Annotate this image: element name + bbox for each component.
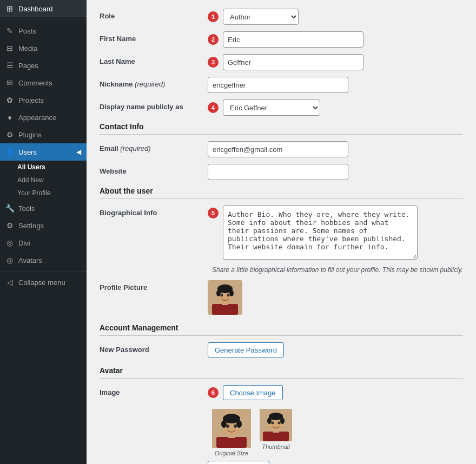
email-input[interactable] <box>208 141 348 157</box>
users-icon: 👤 <box>5 148 14 156</box>
first-name-badge: 2 <box>208 34 219 45</box>
new-password-field-row: New Password Generate Password <box>100 342 463 357</box>
new-password-label: New Password <box>100 342 208 354</box>
email-control <box>208 141 463 157</box>
last-name-control: 3 <box>208 54 463 70</box>
plugins-icon: ⚙ <box>5 130 14 139</box>
sidebar-item-pages[interactable]: ☰ Pages <box>0 57 87 74</box>
submenu-your-profile[interactable]: Your Profile <box>13 187 87 200</box>
sidebar-item-divi[interactable]: ◎ Divi <box>0 234 87 251</box>
profile-picture-label: Profile Picture <box>100 280 208 291</box>
sidebar-item-posts[interactable]: ✎ Posts <box>0 22 87 39</box>
display-name-badge: 4 <box>208 102 219 113</box>
avatar-thumbnail-svg <box>260 409 292 441</box>
form-section: Role 1 Author Administrator Editor Contr… <box>87 0 476 464</box>
sidebar-item-users[interactable]: 👤 Users ◀ <box>0 143 87 161</box>
display-name-select[interactable]: Eric Geffner Eric Geffner ericgeffner <box>223 100 320 116</box>
website-control <box>208 164 463 180</box>
display-name-label: Display name publicly as <box>100 100 208 111</box>
svg-point-8 <box>227 294 230 297</box>
media-icon: ⊟ <box>5 44 14 52</box>
bio-control: 5 Author Bio. Who they are, where they w… <box>208 206 463 260</box>
sidebar-divider <box>0 19 87 20</box>
avatar-original-label: Original Size <box>215 450 248 456</box>
display-name-field-row: Display name publicly as 4 Eric Geffner … <box>100 100 463 116</box>
website-label: Website <box>100 164 208 175</box>
avatar-thumbnail-image <box>260 409 292 441</box>
collapse-menu-button[interactable]: ◁ Collapse menu <box>0 274 87 291</box>
sidebar-item-projects[interactable]: ✿ Projects <box>0 91 87 109</box>
first-name-field-row: First Name 2 <box>100 31 463 48</box>
role-select[interactable]: Author Administrator Editor Contributor … <box>223 9 299 25</box>
nickname-label: Nickname (required) <box>100 77 208 88</box>
generate-password-button[interactable]: Generate Password <box>208 342 284 357</box>
new-password-control: Generate Password <box>208 342 463 357</box>
bio-field-row: Biographical Info 5 Author Bio. Who they… <box>100 206 463 260</box>
svg-point-15 <box>236 420 242 428</box>
first-name-input[interactable] <box>223 31 363 48</box>
sidebar-divider-2 <box>0 271 87 271</box>
last-name-label: Last Name <box>100 54 208 65</box>
dashboard-icon: ⊞ <box>5 4 14 13</box>
first-name-control: 2 <box>208 31 463 48</box>
sidebar-item-settings[interactable]: ⚙ Settings <box>0 217 87 234</box>
divi-icon: ◎ <box>5 238 14 247</box>
avatar-image-field-row: Image 6 Choose Image <box>100 385 463 464</box>
choose-image-button[interactable]: Choose Image <box>223 385 283 400</box>
remove-image-button[interactable]: Remove Image <box>208 461 269 464</box>
nickname-input[interactable] <box>208 77 348 93</box>
about-user-section-title: About the user <box>100 187 463 199</box>
avatar-image-label: Image <box>100 385 208 396</box>
avatar-badge: 6 <box>208 387 219 398</box>
users-arrow-icon: ◀ <box>76 148 81 156</box>
projects-icon: ✿ <box>5 96 14 104</box>
account-management-section-title: Account Management <box>100 323 463 336</box>
email-label: Email (required) <box>100 141 208 153</box>
pages-icon: ☰ <box>5 61 14 70</box>
profile-picture-image <box>208 280 242 315</box>
bio-hint: Share a little biographical information … <box>212 266 463 274</box>
svg-point-26 <box>278 422 281 425</box>
svg-point-16 <box>226 425 229 428</box>
posts-icon: ✎ <box>5 26 14 35</box>
last-name-badge: 3 <box>208 57 219 68</box>
comments-icon: ✉ <box>5 78 14 87</box>
sidebar-item-tools[interactable]: 🔧 Tools <box>0 200 87 217</box>
svg-point-7 <box>221 294 223 297</box>
appearance-icon: ♦ <box>5 113 14 122</box>
sidebar-item-comments[interactable]: ✉ Comments <box>0 74 87 91</box>
last-name-field-row: Last Name 3 <box>100 54 463 70</box>
email-field-row: Email (required) <box>100 141 463 157</box>
role-field-row: Role 1 Author Administrator Editor Contr… <box>100 9 463 25</box>
submenu-all-users[interactable]: All Users <box>13 161 87 174</box>
sidebar-item-dashboard[interactable]: ⊞ Dashboard <box>0 0 87 17</box>
svg-rect-10 <box>216 437 247 448</box>
nickname-field-row: Nickname (required) <box>100 77 463 93</box>
svg-rect-19 <box>263 432 289 441</box>
collapse-icon: ◁ <box>5 278 14 287</box>
last-name-input[interactable] <box>223 54 363 70</box>
nickname-required: (required) <box>135 80 165 88</box>
sidebar-item-appearance[interactable]: ♦ Appearance <box>0 109 87 126</box>
avatar-images: Original Size <box>212 409 292 456</box>
avatar-thumbnail-label: Thumbnail <box>262 443 289 450</box>
svg-point-6 <box>229 290 234 296</box>
sidebar-item-avatars[interactable]: ◎ Avatars <box>0 251 87 269</box>
avatar-original-svg <box>212 409 251 448</box>
display-name-control: 4 Eric Geffner Eric Geffner ericgeffner <box>208 100 463 116</box>
sidebar-item-plugins[interactable]: ⚙ Plugins <box>0 126 87 143</box>
bio-textarea[interactable]: Author Bio. Who they are, where they wri… <box>223 206 418 260</box>
website-input[interactable] <box>208 164 348 180</box>
nickname-control <box>208 77 463 93</box>
contact-info-section-title: Contact Info <box>100 122 463 135</box>
svg-point-17 <box>234 425 237 428</box>
profile-avatar-svg <box>208 280 242 315</box>
avatar-original-image <box>212 409 251 448</box>
sidebar: ⊞ Dashboard ✎ Posts ⊟ Media ☰ Pages ✉ Co… <box>0 0 87 464</box>
website-field-row: Website <box>100 164 463 180</box>
tools-icon: 🔧 <box>5 204 14 213</box>
svg-point-5 <box>216 290 221 296</box>
sidebar-item-media[interactable]: ⊟ Media <box>0 39 87 57</box>
submenu-add-new[interactable]: Add New <box>13 174 87 187</box>
svg-point-23 <box>267 417 272 424</box>
